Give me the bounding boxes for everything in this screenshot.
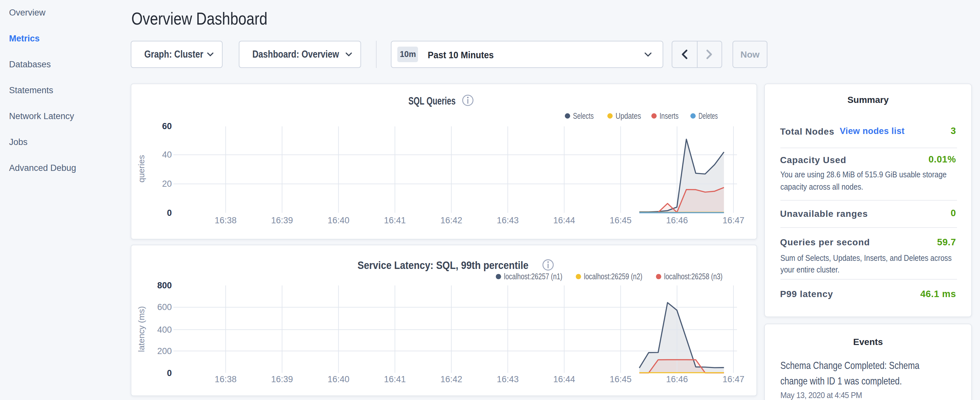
- svg-text:20: 20: [162, 179, 172, 189]
- svg-text:0: 0: [167, 208, 172, 218]
- svg-text:localhost:26258 (n3): localhost:26258 (n3): [664, 272, 723, 281]
- svg-text:Updates: Updates: [616, 112, 641, 120]
- svg-text:16:40: 16:40: [328, 375, 349, 384]
- svg-text:localhost:26259 (n2): localhost:26259 (n2): [584, 272, 643, 281]
- svg-text:16:38: 16:38: [215, 375, 237, 384]
- svg-text:16:44: 16:44: [553, 215, 575, 225]
- svg-text:Service Latency: SQL, 99th per: Service Latency: SQL, 99th percentile: [358, 259, 528, 271]
- svg-text:400: 400: [157, 325, 172, 335]
- svg-text:16:39: 16:39: [271, 375, 293, 384]
- svg-text:16:47: 16:47: [722, 375, 745, 384]
- svg-text:16:42: 16:42: [440, 375, 462, 384]
- svg-text:SQL Queries: SQL Queries: [408, 94, 455, 107]
- svg-text:Selects: Selects: [573, 112, 594, 120]
- svg-text:Inserts: Inserts: [659, 112, 678, 120]
- svg-text:16:39: 16:39: [271, 215, 293, 225]
- svg-text:16:41: 16:41: [384, 375, 406, 384]
- svg-text:60: 60: [162, 121, 172, 131]
- svg-text:800: 800: [157, 280, 172, 290]
- svg-text:16:46: 16:46: [666, 375, 688, 384]
- svg-text:40: 40: [162, 150, 172, 159]
- svg-text:16:46: 16:46: [666, 215, 688, 225]
- svg-text:16:38: 16:38: [215, 215, 237, 225]
- svg-text:latency (ms): latency (ms): [137, 306, 146, 352]
- svg-text:16:41: 16:41: [384, 215, 406, 225]
- svg-text:0: 0: [167, 368, 172, 378]
- svg-text:16:40: 16:40: [328, 215, 349, 225]
- svg-text:16:44: 16:44: [553, 375, 575, 384]
- svg-text:16:42: 16:42: [440, 215, 462, 225]
- svg-text:200: 200: [157, 346, 172, 356]
- svg-text:16:45: 16:45: [609, 215, 632, 225]
- svg-text:Deletes: Deletes: [698, 112, 718, 120]
- svg-text:localhost:26257 (n1): localhost:26257 (n1): [504, 272, 563, 281]
- svg-text:16:43: 16:43: [497, 215, 519, 225]
- svg-text:16:45: 16:45: [609, 375, 632, 384]
- svg-text:600: 600: [157, 302, 172, 312]
- svg-text:16:43: 16:43: [497, 375, 519, 384]
- svg-text:queries: queries: [137, 155, 146, 183]
- svg-text:16:47: 16:47: [722, 215, 745, 225]
